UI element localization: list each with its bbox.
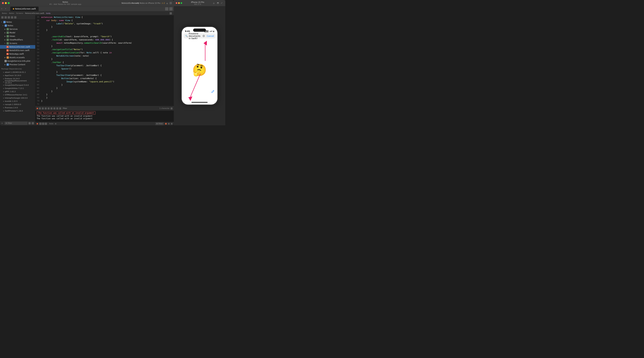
group-icon-model [6,32,9,34]
tree-item-noteedit[interactable]: S NoteEditScreen.swift [0,49,35,52]
close-button[interactable] [2,2,4,4]
pkg-appcheck[interactable]: ▶AppCheck 10.19.0 [0,74,35,77]
titlebar: Notes #1 - Add 'Notes for iOS' sample ap… [0,0,174,6]
pkg-swiftprotobuf[interactable]: ▶SwiftProtobuf 1.26.0 [0,109,35,112]
search-query[interactable]: Firestone documents in Swift? [189,32,202,40]
sidebar-icon-4[interactable] [11,16,13,19]
tree-item-views[interactable]: ▶ Views [0,35,35,38]
debug-btn-1[interactable] [39,107,41,109]
editor-options[interactable] [165,7,168,11]
pkg-gtm[interactable]: ▶GTMSessionFetcher 3.4.1 [0,93,35,96]
pkg-grpc[interactable]: ▶gRPC 1.62.2 [0,90,35,93]
debug-btn-3[interactable] [45,107,47,109]
sidebar-toolbar [0,15,35,20]
tree-arrow-notes: ▾ [2,25,4,27]
group-icon-viewmod [6,39,9,41]
scheme-selector[interactable]: NotesListScreen.swift [121,2,131,4]
filter-icon: ⌘ [6,122,7,124]
pkg-leveldb[interactable]: ▶leveldb 1.22.5 [0,100,35,103]
tree-arrow-views: ▶ [4,36,6,37]
tree-item-assets[interactable]: ▶ Assets.xcassets [0,56,35,59]
window-subtitle: #1 - Add 'Notes for iOS' sample app [50,3,81,5]
iphone-screen: 9:41 ▌▌▌ wifi ▮ 🔍 Firestone documents in… [182,27,218,105]
sim-rotate-btn[interactable]: ⤢ [221,2,223,4]
debug-btn-6[interactable] [54,107,55,109]
maximize-button[interactable] [8,2,10,4]
search-bar[interactable]: 🔍 Firestone documents in Swift? ✕ Cancel [184,33,216,39]
status-btn-3[interactable] [45,123,47,125]
sim-lock-btn[interactable]: ⬒ [217,2,220,4]
code-line-46: 46 Label("Delete", systemImage: "trash") [36,22,174,26]
auto-arrow[interactable] [55,123,56,124]
log-option-2[interactable] [171,123,172,124]
sim-traffic-lights [176,2,182,4]
sidebar-icon-1[interactable] [1,16,4,19]
code-line-61: 61 } [36,71,174,74]
code-line-49: 49 [36,32,174,35]
delete-log-btn[interactable] [165,123,167,124]
code-line-62: 62 ToolbarItem(placement: .bottomBar) { [36,74,174,77]
pkg-nanopb[interactable]: ▶nanopb 2.30910.0 [0,103,35,106]
simulator-body: 9:41 ▌▌▌ wifi ▮ 🔍 Firestone documents in… [174,6,225,125]
pkg-google-app[interactable]: ▶GoogleAppMeasurement 10.24.0 [0,80,35,83]
window-controls[interactable] [170,2,172,4]
compose-button[interactable] [211,89,215,94]
nav-forward[interactable]: › [5,7,8,11]
split-view[interactable] [169,7,172,11]
pkg-google-util[interactable]: ▶GoogleUtilities 7.13.1 [0,87,35,90]
sim-maximize[interactable] [180,2,182,4]
add-button[interactable]: + [166,2,168,4]
sidebar-icon-5[interactable] [14,16,16,19]
tree-label-views: Views [10,35,15,37]
tree-item-viewmodifiers[interactable]: ▶ ViewModifiers [0,38,35,42]
code-scroll[interactable]: 35 extension NotesListScreen: View { 36 … [36,15,174,106]
thinking-emoji: 🤔 [192,63,207,77]
pkg-abseil[interactable]: ▶abseil 1.20240116.01.1 [0,71,35,74]
tree-item-preview[interactable]: ▶ Preview Content [0,63,35,66]
search-clear-button[interactable]: ✕ [202,35,205,37]
cancel-button[interactable]: Cancel [207,35,214,37]
tree-item-screens[interactable]: ▾ Screens [0,42,35,45]
debug-btn-4[interactable] [48,107,50,109]
sim-close[interactable] [176,2,177,4]
tree-item-services[interactable]: ▶ Services [0,27,35,31]
nav-back[interactable]: ‹ [1,7,4,11]
tree-item-notes[interactable]: ▾ Notes [0,24,35,27]
status-btn-1[interactable] [39,123,42,125]
log-option-1[interactable] [168,123,170,124]
debug-btn-2[interactable] [42,107,44,109]
active-tab[interactable]: NotesListScreen.swift [10,7,38,11]
pkg-interop[interactable]: ▶InteropForGoogle 100.0.0 [0,96,35,100]
debug-panel: Filter 1 character The function was call… [36,106,174,125]
tree-item-noteslist[interactable]: S NotesListScreen.swift [0,45,35,49]
auto-label: Auto [49,123,54,125]
debug-btn-right[interactable] [170,107,172,109]
sidebar-options[interactable] [28,122,31,124]
tree-item-notesapp[interactable]: S NotesApp.swift [0,52,35,56]
tree-item-model[interactable]: ▶ Model [0,31,35,35]
status-btn-2[interactable] [42,123,44,125]
file-navigator: ▾ Notes ▾ Notes ▶ Services ▶ [0,20,35,121]
pkg-google-data[interactable]: ▶GoogleDataTransport 9.4.0 [0,83,35,87]
sim-home-btn[interactable]: ⌂ [213,2,216,4]
home-bar [192,102,208,103]
pkg-promises[interactable]: ▶Promises 2.4.0 [0,106,35,109]
tree-label-assets: Assets.xcassets [10,56,25,59]
debug-btn-8[interactable] [59,107,61,109]
add-file-button[interactable]: + [1,122,4,124]
tree-label-notes: Notes [8,25,13,27]
tree-item-root[interactable]: ▾ Notes [0,20,35,24]
code-line-65: 65 } [36,83,174,87]
debug-btn-5[interactable] [50,107,52,109]
sidebar-icon-3[interactable] [8,16,10,19]
debug-btn-7[interactable] [56,107,58,109]
sidebar-refresh[interactable] [32,122,34,124]
code-editor: 35 extension NotesListScreen: View { 36 … [36,15,174,125]
bottom-status-bar: Auto ⌘ Filter [36,122,174,125]
sim-minimize[interactable] [178,2,180,4]
minimize-button[interactable] [5,2,7,4]
sidebar-icon-2[interactable] [4,16,7,19]
tree-item-plist[interactable]: GoogleService-Info.plist [0,59,35,63]
wifi-icon: wifi [210,30,212,32]
titlebar-run-controls: NotesListScreen.swift Running Notes on i… [121,2,165,4]
